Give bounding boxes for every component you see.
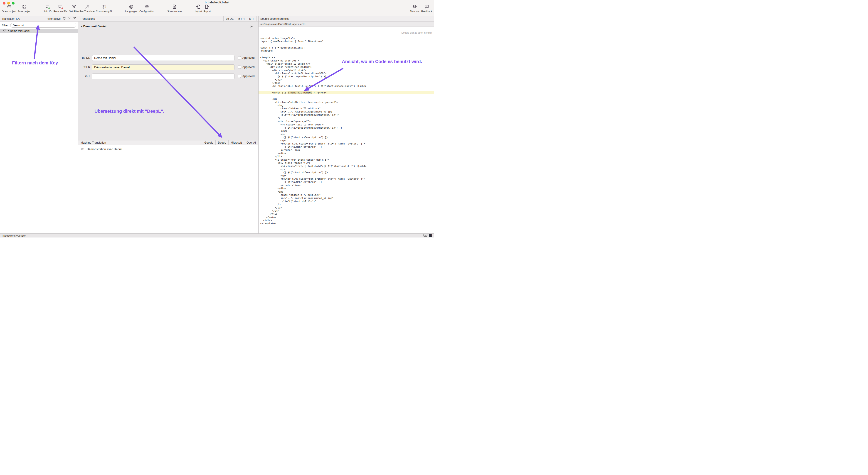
translation-input-de-de[interactable] [92, 55, 235, 61]
machine-translation-body: ⌘1 Démonstration avec Daniel [78, 145, 258, 233]
approved-label: Approved [242, 56, 255, 60]
source-references-panel: Source code references src/pages/start/G… [258, 16, 434, 233]
entry-title: a.Demo mit Daniel [81, 25, 106, 28]
toolbar-configuration[interactable]: Configuration [140, 4, 154, 13]
keyboard-icon[interactable] [423, 234, 427, 237]
translation-row-it-it: it-IT Approved [78, 73, 258, 79]
import-icon [196, 4, 201, 10]
source-references-title: Source code references [260, 17, 289, 21]
toolbar-remove-ids[interactable]: Remove IDs [54, 4, 67, 13]
open-project-icon [6, 4, 11, 10]
tab-fr-fr[interactable]: fr-FR [236, 16, 247, 21]
close-panel-icon[interactable] [430, 17, 432, 21]
language-code-label: de-DE [80, 56, 90, 60]
toolbar-label: Feedback [421, 10, 432, 13]
translation-id-label: a.Demo mit Daniel [8, 30, 30, 33]
translation-id-icon [3, 29, 6, 33]
toolbar-label: Configuration [140, 10, 154, 13]
translations-title: Translations [80, 17, 95, 21]
approved-checkbox-it-it[interactable] [238, 75, 241, 78]
toolbar-label: Tutorials [410, 10, 420, 13]
machine-translation-header: Machine Translation Google DeepL Microso… [78, 140, 258, 145]
filter-input[interactable] [10, 23, 76, 28]
filter-label: Filter: [2, 24, 9, 27]
translations-editor: a.Demo mit Daniel de-DE Approved fr-FR A… [78, 22, 258, 140]
pre-translate-icon [85, 4, 90, 10]
toolbar-label: Set Filter [69, 10, 79, 13]
toolbar-label: Save project [18, 10, 31, 13]
toolbar-label: Open project [2, 10, 16, 13]
main-area: Translation IDs Filter active Filter: a.… [0, 16, 434, 233]
add-id-icon [45, 4, 50, 10]
list-item[interactable]: a.Demo mit Daniel [0, 29, 78, 33]
show-source-icon [172, 4, 177, 10]
source-file-reference[interactable]: src/pages/start/GuestStartPage.vue:18 [258, 22, 434, 27]
languages-icon [129, 4, 134, 10]
refresh-filter-icon[interactable] [63, 17, 66, 21]
toolbar-export[interactable]: Export [204, 4, 211, 13]
export-icon [205, 4, 210, 10]
clear-filter-icon[interactable] [68, 17, 71, 21]
approved-checkbox-de-de[interactable] [238, 56, 241, 60]
tab-google[interactable]: Google [202, 140, 216, 145]
titlebar-toolbar: b babel-edit.babel Open project Save pro… [0, 0, 434, 16]
source-references-header: Source code references [258, 16, 434, 22]
toolbar-show-source[interactable]: Show source [167, 4, 182, 13]
toolbar-label: Languages [125, 10, 137, 13]
app-badge-icon[interactable] [429, 234, 432, 237]
feedback-icon [424, 4, 429, 10]
toolbar-label: Show source [167, 10, 182, 13]
toolbar-label: Pre-Translate [80, 10, 94, 13]
open-in-editor-hint: Double-click to open in editor [258, 27, 434, 35]
translation-ids-title: Translation IDs [2, 17, 20, 21]
toolbar-label: Add ID [44, 10, 52, 13]
toolbar: Open project Save project Add ID Remove … [2, 4, 432, 15]
filter-row: Filter: [0, 22, 78, 29]
toolbar-tutorials[interactable]: Tutorials [410, 4, 420, 13]
provider-tabs: Google DeepL Microsoft OpenAI [202, 140, 258, 145]
mt-suggestion-row[interactable]: ⌘1 Démonstration avec Daniel [81, 147, 258, 151]
language-tabs: de-DE fr-FR it-IT [223, 16, 256, 21]
mt-shortcut-label: ⌘1 [81, 148, 85, 151]
toolbar-consistency-ai[interactable]: ConsistencyAI [96, 4, 112, 13]
machine-translation-title: Machine Translation [81, 141, 106, 144]
source-file-path: src/pages/start/GuestStartPage.vue:18 [260, 23, 305, 25]
translation-ids-panel: Translation IDs Filter active Filter: a.… [0, 16, 78, 233]
tutorials-icon [412, 4, 417, 10]
translation-row-de-de: de-DE Approved [78, 55, 258, 61]
translation-input-it-it[interactable] [92, 73, 235, 79]
language-code-label: fr-FR [80, 66, 90, 69]
translations-header: Translations de-DE fr-FR it-IT [78, 16, 258, 22]
filter-toggle-icon[interactable] [73, 17, 76, 21]
toolbar-feedback[interactable]: Feedback [421, 4, 432, 13]
code-listing[interactable]: <script setup lang="ts">import { useTran… [258, 35, 434, 233]
tab-it-it[interactable]: it-IT [247, 16, 256, 21]
toolbar-add-id[interactable]: Add ID [44, 4, 52, 13]
translation-row-fr-fr: fr-FR Approved [78, 64, 258, 70]
tab-deepl[interactable]: DeepL [215, 140, 228, 145]
framework-label: Framework: vue-json [2, 234, 26, 237]
toolbar-set-filter[interactable]: Set Filter [69, 4, 79, 13]
language-code-label: it-IT [80, 75, 90, 78]
translation-input-fr-fr[interactable] [92, 64, 235, 70]
approved-label: Approved [242, 75, 255, 78]
toolbar-open-project[interactable]: Open project [2, 4, 16, 13]
toolbar-label: Export [204, 10, 211, 13]
consistency-ai-icon [101, 4, 106, 10]
set-filter-icon [71, 4, 77, 10]
save-project-icon [22, 4, 27, 10]
toolbar-save-project[interactable]: Save project [18, 4, 31, 13]
translation-ids-header: Translation IDs Filter active [0, 16, 78, 22]
tab-openai[interactable]: OpenAI [244, 140, 258, 145]
toolbar-languages[interactable]: Languages [125, 4, 137, 13]
toolbar-label: ConsistencyAI [96, 10, 112, 13]
toolbar-pre-translate[interactable]: Pre-Translate [80, 4, 94, 13]
approved-label: Approved [242, 66, 255, 69]
tab-microsoft[interactable]: Microsoft [228, 140, 244, 145]
toolbar-label: Import [195, 10, 202, 13]
approved-checkbox-fr-fr[interactable] [238, 66, 241, 69]
tab-de-de[interactable]: de-DE [223, 16, 236, 21]
toolbar-import[interactable]: Import [195, 4, 202, 13]
statusbar: Framework: vue-json [0, 233, 434, 238]
comment-icon[interactable] [250, 25, 253, 29]
